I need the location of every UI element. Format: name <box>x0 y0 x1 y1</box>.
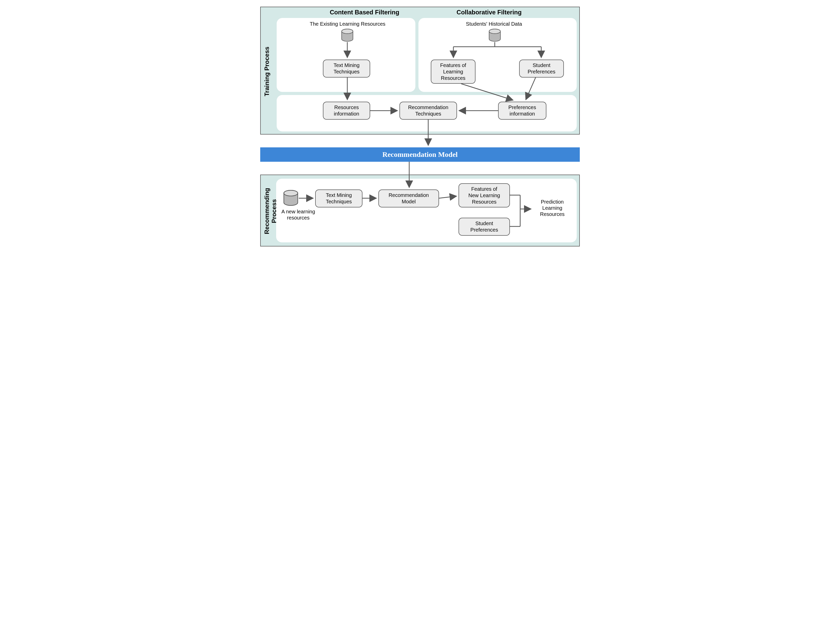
historical-data-label: Students' Historical Data <box>455 21 532 27</box>
recommendation-model-bar: Recommendation Model <box>260 147 580 162</box>
database-icon <box>488 29 501 43</box>
new-learning-resources-label: A new learning resources <box>278 208 319 221</box>
features-new-resources-box: Features of New Learning Resources <box>458 183 510 207</box>
text-mining-box-top: Text Mining Techniques <box>323 60 370 77</box>
student-preferences-box-top: Student Preferences <box>519 60 564 77</box>
existing-resources-label: The Existing Learning Resources <box>304 21 391 27</box>
collaborative-title: Collaborative Filtering <box>449 9 529 16</box>
recommending-inner-panel <box>276 179 577 242</box>
svg-point-1 <box>342 29 353 34</box>
training-label: Training Process <box>263 43 270 99</box>
student-preferences-box-bottom: Student Preferences <box>458 218 510 236</box>
preferences-info-box: Preferences information <box>498 102 546 120</box>
prediction-label: Prediction Learning Resources <box>533 199 572 217</box>
database-icon <box>283 190 299 207</box>
recommending-label: Recommending Process <box>263 185 278 237</box>
text-mining-box-bottom: Text Mining Techniques <box>315 189 362 207</box>
database-icon <box>341 29 354 43</box>
recommendation-model-box: Recommendation Model <box>378 189 439 207</box>
recommendation-techniques-box: Recommendation Techniques <box>399 102 457 120</box>
resources-info-box: Resources information <box>323 102 370 120</box>
features-learning-box: Features of Learning Resources <box>431 60 475 84</box>
recommendation-system-diagram: Training Process Content Based Filtering… <box>256 5 584 252</box>
svg-point-5 <box>284 190 298 196</box>
content-based-title: Content Based Filtering <box>324 9 406 16</box>
svg-point-3 <box>489 29 501 34</box>
